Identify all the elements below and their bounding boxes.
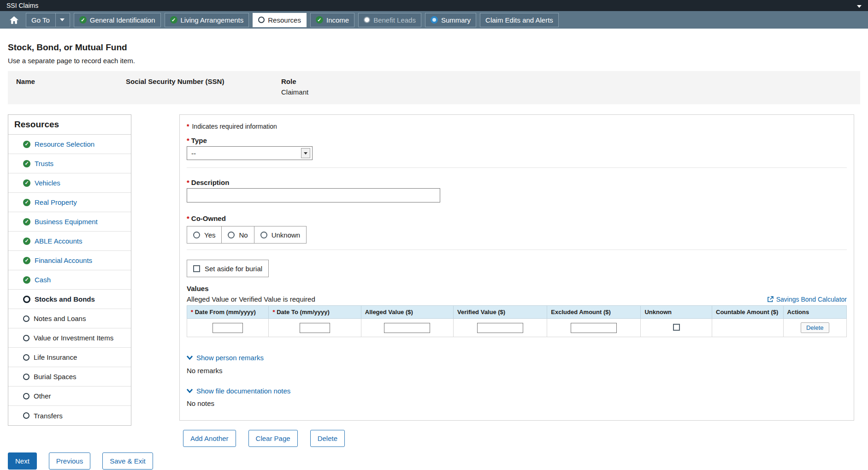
radio-icon (193, 232, 200, 238)
alleged-value-input[interactable] (384, 323, 430, 333)
sidebar-item-able-accounts[interactable]: ABLE Accounts (8, 232, 131, 251)
person-remarks-toggle[interactable]: Show person remarks (187, 354, 264, 362)
titlebar-chevron-down-icon[interactable] (857, 2, 862, 9)
sidebar-item-resource-selection[interactable]: Resource Selection (8, 135, 131, 154)
in-progress-circle-icon (431, 16, 438, 24)
not-started-circle-icon (23, 393, 30, 399)
col-header-actions: Actions (783, 306, 846, 319)
sidebar-item-stocks-and-bonds[interactable]: Stocks and Bonds (8, 290, 131, 309)
unknown-checkbox[interactable] (673, 324, 680, 331)
sidebar-item-notes-and-loans[interactable]: Notes and Loans (8, 309, 131, 328)
home-button[interactable] (6, 13, 22, 27)
description-label: * Description (187, 178, 847, 186)
tab-income[interactable]: Income (310, 13, 354, 27)
co-owned-no-radio[interactable]: No (222, 226, 254, 243)
clear-page-button[interactable]: Clear Page (248, 430, 298, 447)
sidebar-item-other[interactable]: Other (8, 387, 131, 406)
sidebar-item-cash[interactable]: Cash (8, 270, 131, 290)
sidebar-item-burial-spaces[interactable]: Burial Spaces (8, 367, 131, 387)
values-table-row: Delete (187, 319, 847, 337)
goto-label: Go To (31, 16, 50, 24)
save-and-exit-button[interactable]: Save & Exit (102, 452, 153, 470)
not-started-circle-icon (23, 315, 30, 322)
complete-check-icon (79, 16, 87, 24)
form-actions: Add Another Clear Page Delete (179, 430, 854, 447)
current-step-icon (23, 296, 30, 303)
burial-checkbox-group[interactable]: Set aside for burial (187, 260, 269, 277)
tab-benefit-leads: Benefit Leads (358, 13, 421, 27)
complete-check-icon (23, 179, 30, 187)
complete-check-icon (23, 199, 30, 206)
type-select[interactable]: -- (187, 146, 313, 160)
countable-amount-cell (712, 319, 784, 337)
sidebar-item-business-equipment[interactable]: Business Equipment (8, 212, 131, 232)
values-note: Alleged Value or Verified Value is requi… (187, 295, 315, 303)
sidebar-item-trusts[interactable]: Trusts (8, 154, 131, 173)
required-asterisk: * (187, 214, 189, 222)
sidebar-item-value-or-investment-items[interactable]: Value or Investment Items (8, 328, 131, 348)
page-title: Stock, Bond, or Mutual Fund (8, 42, 860, 53)
chevron-down-icon (55, 13, 65, 27)
col-header-date-from: * Date From (mm/yyyy) (187, 306, 269, 319)
previous-button[interactable]: Previous (49, 452, 90, 470)
row-delete-button[interactable]: Delete (801, 322, 829, 333)
tab-general-identification[interactable]: General Identification (74, 13, 161, 27)
page-subtitle: Use a separate page to record each item. (8, 57, 860, 65)
page-footer-nav: Next Previous Save & Exit (8, 452, 868, 470)
values-heading: Values (187, 285, 847, 292)
co-owned-unknown-radio[interactable]: Unknown (254, 226, 307, 243)
complete-check-icon (23, 160, 30, 167)
col-header-date-to: * Date To (mm/yyyy) (269, 306, 361, 319)
chevron-down-icon (187, 389, 193, 393)
next-button[interactable]: Next (8, 452, 37, 470)
goto-dropdown[interactable]: Go To (26, 13, 70, 27)
remarks-empty-text: No remarks (187, 367, 847, 375)
description-input[interactable] (187, 188, 440, 202)
co-owned-radio-group: Yes No Unknown (187, 226, 307, 244)
date-to-input[interactable] (300, 323, 330, 333)
file-notes-toggle[interactable]: Show file documentation notes (187, 387, 290, 395)
notes-empty-text: No notes (187, 399, 847, 407)
app-titlebar: SSI Claims (0, 0, 868, 11)
role-value: Claimant (281, 88, 308, 96)
not-started-circle-icon (23, 354, 30, 361)
sidebar-item-transfers[interactable]: Transfers (8, 406, 131, 425)
tab-resources[interactable]: Resources (253, 13, 307, 27)
sidebar-item-vehicles[interactable]: Vehicles (8, 173, 131, 193)
chevron-down-icon (187, 356, 193, 360)
col-header-alleged-value: Alleged Value ($) (361, 306, 453, 319)
sidebar-title: Resources (8, 115, 131, 135)
sidebar-item-real-property[interactable]: Real Property (8, 193, 131, 212)
ssn-label: Social Security Number (SSN) (126, 77, 281, 85)
complete-check-icon (23, 238, 30, 245)
col-header-excluded-amount: Excluded Amount ($) (547, 306, 641, 319)
home-icon (10, 16, 18, 24)
type-label: * Type (187, 137, 847, 144)
values-table: * Date From (mm/yyyy) * Date To (mm/yyyy… (187, 305, 847, 337)
primary-nav: Go To General Identification Living Arra… (0, 11, 868, 29)
burial-checkbox[interactable] (193, 265, 200, 272)
date-from-input[interactable] (213, 323, 243, 333)
resources-sidebar: Resources Resource Selection Trusts Vehi… (8, 114, 131, 426)
savings-bond-calculator-link[interactable]: Savings Bond Calculator (767, 296, 847, 303)
delete-button[interactable]: Delete (310, 430, 345, 447)
role-label: Role (281, 77, 308, 85)
excluded-amount-input[interactable] (571, 323, 617, 333)
sidebar-item-financial-accounts[interactable]: Financial Accounts (8, 251, 131, 270)
select-dropdown-icon (301, 148, 310, 158)
co-owned-yes-radio[interactable]: Yes (187, 226, 222, 243)
complete-check-icon (23, 141, 30, 148)
add-another-button[interactable]: Add Another (183, 430, 236, 447)
sidebar-item-life-insurance[interactable]: Life Insurance (8, 348, 131, 367)
verified-value-input[interactable] (477, 323, 523, 333)
tab-living-arrangements[interactable]: Living Arrangements (165, 13, 249, 27)
tab-summary[interactable]: Summary (425, 13, 476, 27)
col-header-verified-value: Verified Value ($) (454, 306, 547, 319)
person-summary: Name Social Security Number (SSN) Role C… (8, 71, 860, 104)
not-started-circle-icon (23, 412, 30, 419)
tab-claim-edits-and-alerts[interactable]: Claim Edits and Alerts (480, 13, 559, 27)
complete-check-icon (23, 257, 30, 264)
not-started-circle-icon (23, 374, 30, 380)
complete-check-icon (316, 16, 323, 24)
col-header-unknown: Unknown (641, 306, 712, 319)
